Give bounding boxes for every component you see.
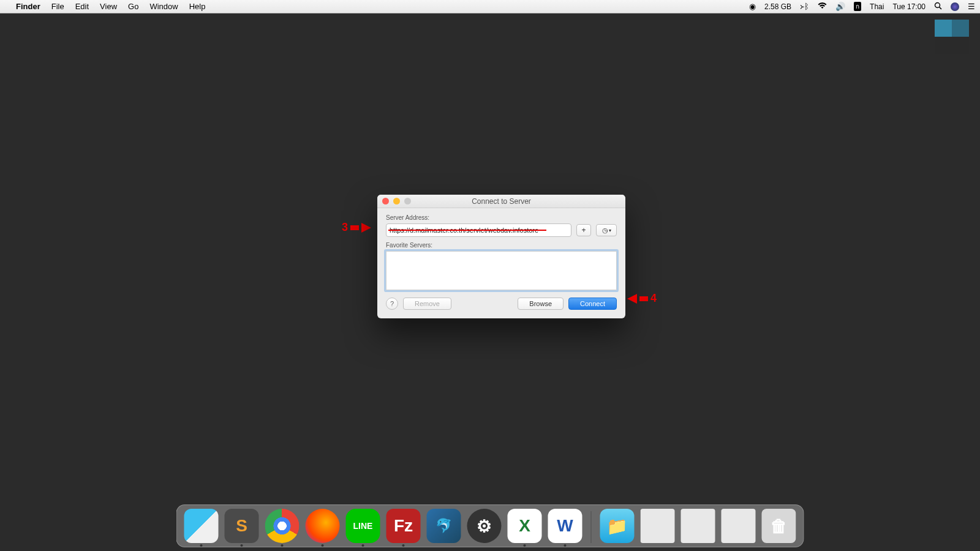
zoom-icon	[404, 198, 411, 204]
dock-line[interactable]: LINE	[346, 509, 380, 543]
connect-button[interactable]: Connect	[568, 298, 617, 310]
dock-separator	[591, 511, 592, 543]
input-method[interactable]: Thai	[870, 2, 884, 11]
dialog-titlebar[interactable]: Connect to Server	[377, 195, 625, 208]
notification-center-icon[interactable]: ☰	[968, 2, 975, 11]
menu-window[interactable]: Window	[149, 2, 178, 11]
dock-minimized-window-2[interactable]	[681, 509, 715, 543]
arrow-stem	[639, 296, 648, 301]
wifi-icon[interactable]	[818, 2, 827, 11]
menu-help[interactable]: Help	[189, 2, 206, 11]
browse-button[interactable]: Browse	[518, 298, 564, 310]
dialog-title: Connect to Server	[472, 197, 531, 206]
annotation-3: 3	[342, 221, 371, 234]
server-address-label: Server Address:	[386, 214, 617, 221]
memory-status[interactable]: 2.58 GB	[764, 2, 791, 11]
svg-line-1	[940, 7, 942, 9]
favorite-servers-label: Favorite Servers:	[386, 242, 617, 249]
add-favorite-button[interactable]: +	[576, 224, 591, 236]
remove-button: Remove	[403, 298, 451, 310]
input-method-icon[interactable]: ก	[854, 2, 861, 11]
dock-firefox[interactable]	[306, 509, 340, 543]
help-icon: ?	[390, 300, 394, 307]
close-icon[interactable]	[382, 198, 389, 204]
dock-minimized-window-1[interactable]	[641, 509, 675, 543]
siri-icon[interactable]	[951, 2, 959, 11]
menu-view[interactable]: View	[100, 2, 117, 11]
dock-filezilla[interactable]: Fz	[386, 509, 421, 543]
plus-icon: +	[581, 226, 586, 234]
spotlight-icon[interactable]	[934, 2, 942, 12]
bluetooth-icon[interactable]: ᚛ᛒ	[800, 2, 809, 11]
help-button[interactable]: ?	[386, 298, 398, 310]
dock-trash[interactable]: 🗑	[762, 509, 796, 543]
dock-finder[interactable]	[184, 509, 219, 543]
desktop-widget	[935, 20, 969, 54]
connect-to-server-dialog: Connect to Server Server Address: + ◷ ▾ …	[377, 195, 625, 318]
dock-chrome[interactable]	[265, 509, 300, 543]
dock-downloads-folder[interactable]: 📁	[600, 509, 635, 543]
dock-sublime-text[interactable]: S	[225, 509, 259, 543]
menu-edit[interactable]: Edit	[75, 2, 89, 11]
menu-file[interactable]: File	[51, 2, 64, 11]
dock-excel[interactable]: X	[508, 509, 542, 543]
dock-mysql-workbench[interactable]: 🐬	[427, 509, 461, 543]
arrow-left-icon	[627, 294, 637, 304]
dock-minimized-window-3[interactable]	[722, 509, 756, 543]
clock-icon: ◷	[602, 227, 608, 234]
minimize-icon[interactable]	[393, 198, 400, 204]
dock-word[interactable]: W	[548, 509, 582, 543]
chevron-down-icon: ▾	[609, 228, 611, 233]
favorite-servers-list[interactable]	[386, 251, 617, 290]
volume-icon[interactable]: 🔊	[835, 2, 845, 11]
dock: S LINE Fz 🐬 ⚙ X W 📁 🗑	[176, 504, 804, 547]
clock[interactable]: Tue 17:00	[892, 2, 925, 11]
annotation-underline	[388, 230, 546, 231]
app-name[interactable]: Finder	[16, 2, 40, 11]
history-dropdown-button[interactable]: ◷ ▾	[596, 224, 617, 236]
annotation-3-label: 3	[342, 221, 348, 234]
arrow-right-icon	[361, 223, 371, 233]
menubar: Finder File Edit View Go Window Help ◉ 2…	[0, 0, 980, 13]
menu-go[interactable]: Go	[128, 2, 138, 11]
svg-point-0	[935, 2, 940, 7]
annotation-4: 4	[627, 292, 657, 305]
memory-status-icon[interactable]: ◉	[749, 2, 756, 11]
arrow-stem	[350, 225, 359, 230]
dock-system-preferences[interactable]: ⚙	[467, 509, 502, 543]
annotation-4-label: 4	[650, 292, 657, 305]
